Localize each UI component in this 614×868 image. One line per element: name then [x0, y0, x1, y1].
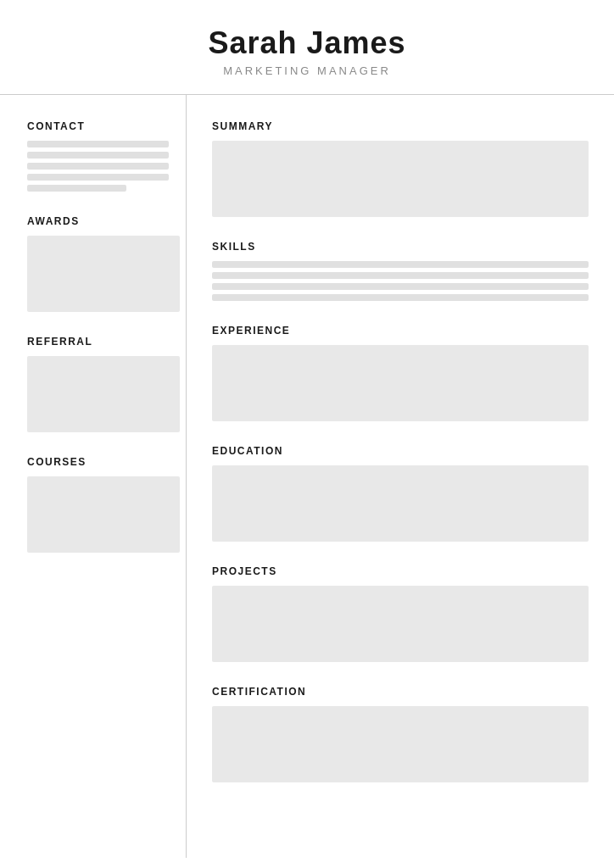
experience-label: EXPERIENCE: [212, 325, 589, 337]
referral-placeholder: [27, 356, 180, 432]
summary-placeholder: [212, 141, 589, 217]
summary-label: SUMMARY: [212, 120, 589, 132]
contact-lines: [27, 141, 169, 192]
left-section-courses: COURSES: [27, 456, 169, 553]
skills-lines: [212, 261, 589, 301]
main-content: CONTACT AWARDS REFERRAL COURSES: [0, 95, 614, 858]
skills-line-3: [212, 283, 589, 290]
person-name: Sarah James: [17, 25, 597, 61]
education-label: EDUCATION: [212, 445, 589, 457]
right-section-summary: SUMMARY: [212, 120, 589, 217]
right-section-certification: CERTIFICATION: [212, 686, 589, 782]
person-title: MARKETING MANAGER: [17, 64, 597, 77]
projects-label: PROJECTS: [212, 565, 589, 577]
left-column: CONTACT AWARDS REFERRAL COURSES: [0, 95, 187, 858]
contact-line-5: [27, 185, 126, 192]
awards-placeholder: [27, 236, 180, 312]
resume-header: Sarah James MARKETING MANAGER: [0, 0, 614, 95]
left-section-awards: AWARDS: [27, 215, 169, 312]
contact-line-3: [27, 163, 169, 170]
awards-label: AWARDS: [27, 215, 169, 227]
left-section-referral: REFERRAL: [27, 336, 169, 432]
courses-placeholder: [27, 476, 180, 553]
certification-label: CERTIFICATION: [212, 686, 589, 698]
contact-line-2: [27, 152, 169, 159]
skills-label: SKILLS: [212, 241, 589, 253]
contact-label: CONTACT: [27, 120, 169, 132]
skills-line-1: [212, 261, 589, 268]
certification-placeholder: [212, 706, 589, 782]
right-column: SUMMARY SKILLS EXPERIENCE EDUCATION PROJ…: [187, 95, 614, 858]
right-section-skills: SKILLS: [212, 241, 589, 301]
skills-line-2: [212, 272, 589, 279]
referral-label: REFERRAL: [27, 336, 169, 348]
education-placeholder: [212, 465, 589, 542]
right-section-education: EDUCATION: [212, 445, 589, 542]
projects-placeholder: [212, 586, 589, 662]
contact-line-1: [27, 141, 169, 147]
right-section-projects: PROJECTS: [212, 565, 589, 662]
contact-line-4: [27, 174, 169, 181]
left-section-contact: CONTACT: [27, 120, 169, 192]
skills-line-4: [212, 294, 589, 301]
courses-label: COURSES: [27, 456, 169, 468]
right-section-experience: EXPERIENCE: [212, 325, 589, 421]
experience-placeholder: [212, 345, 589, 421]
